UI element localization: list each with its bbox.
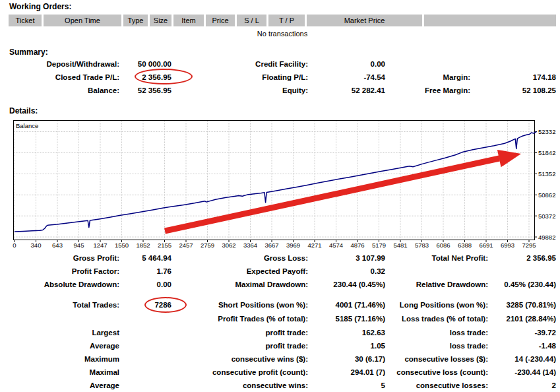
column-header-type[interactable]: Type (123, 15, 148, 26)
x-tick-label: 0 (13, 242, 16, 249)
balance-chart: 0340643945124715501852215524572759306233… (9, 117, 560, 249)
y-tick-label: 49882 (538, 234, 555, 241)
column-header-open-time[interactable]: Open Time (44, 15, 121, 26)
stat-value: 14 (-230.44) (491, 354, 556, 364)
column-header-t-p[interactable]: T / P (268, 15, 305, 26)
details-row: Maximalconsecutive profit (count):294.01… (0, 367, 560, 377)
stat-label: Gross Profit: (0, 253, 119, 263)
y-tick-label: 51842 (538, 149, 555, 156)
stat-label: Maximal Drawdown: (162, 279, 308, 290)
x-tick-label: 5179 (372, 242, 386, 249)
stat-value: -1.48 (491, 341, 556, 351)
stat-label: Total Trades: (0, 300, 119, 310)
x-tick-label: 3062 (222, 242, 235, 249)
summary-row: Deposit/Withdrawal:50 000.00Credit Facil… (0, 59, 560, 69)
details-row: Averageconsecutive wins:5consecutive los… (0, 380, 560, 391)
working-orders-title: Working Orders: (9, 2, 71, 11)
stat-value: 0.32 (311, 266, 385, 277)
x-tick-label: 2155 (158, 242, 171, 249)
x-tick-label: 3667 (264, 242, 278, 249)
column-header-price[interactable]: Price (206, 15, 235, 26)
stat-value: 174.18 (491, 72, 556, 82)
stat-label: Closed Trade P/L: (0, 72, 119, 82)
x-tick-label: 643 (52, 242, 63, 249)
stat-label: profit trade: (162, 341, 308, 351)
column-header-ticket[interactable]: Ticket (9, 15, 42, 26)
red-trend-arrow-head (497, 150, 521, 167)
x-tick-label: 2759 (201, 242, 214, 249)
stat-label: loss trade: (343, 327, 488, 338)
x-tick-label: 5783 (415, 242, 429, 249)
stat-label: loss trade: (343, 341, 488, 351)
working-orders-header: TicketOpen TimeTypeSizeItemPriceS / LT /… (9, 15, 556, 26)
stat-value: 0.00 (311, 59, 385, 69)
stat-label: Gross Loss: (162, 253, 308, 263)
chart-border (14, 121, 535, 240)
details-row: Profit Trades (% of total):5185 (71.16%)… (0, 313, 560, 324)
y-tick-label: 52332 (538, 128, 555, 135)
stat-label: consecutive loss (count): (343, 367, 488, 377)
stat-label: Free Margin: (343, 85, 470, 96)
details-title: Details: (9, 106, 38, 115)
x-tick-label: 4876 (350, 242, 364, 249)
no-transactions-message: No transactions (9, 30, 556, 38)
stat-label: consecutive wins ($): (162, 354, 308, 364)
x-tick-label: 6086 (436, 242, 450, 249)
y-tick-label: 50372 (538, 212, 555, 220)
x-tick-label: 340 (31, 242, 42, 249)
stat-value: 0.45% (230.44) (491, 279, 556, 290)
x-tick-label: 945 (74, 242, 84, 249)
column-header-spacer[interactable] (424, 15, 556, 26)
balance-legend-label: Balance (16, 122, 38, 129)
stat-label: consecutive profit (count): (162, 367, 308, 377)
stat-label: Relative Drawdown: (343, 279, 488, 290)
details-row: Profit Factor:1.76Expected Payoff:0.32 (0, 266, 560, 277)
stat-value: -39.72 (491, 327, 556, 338)
stat-label: Average (0, 341, 119, 351)
stat-value: 2 356.95 (491, 253, 556, 263)
y-tick-label: 50862 (538, 191, 555, 199)
stat-label: Credit Facility: (162, 59, 308, 69)
stat-label: Maximal (0, 367, 119, 377)
stat-label: Expected Payoff: (162, 266, 308, 277)
stat-label: consecutive wins: (162, 380, 308, 391)
column-header-item[interactable]: Item (173, 15, 204, 26)
stat-label: consecutive losses ($): (343, 354, 488, 364)
column-header-s-l[interactable]: S / L (237, 15, 266, 26)
stat-label: profit trade: (162, 327, 308, 338)
details-row: Maximumconsecutive wins ($):30 (6.17)con… (0, 354, 560, 364)
x-tick-label: 1550 (115, 242, 129, 249)
x-tick-label: 6388 (458, 242, 472, 249)
red-circle-closed-trade-pl (135, 69, 193, 84)
stat-label: Loss trades (% of total): (343, 313, 488, 324)
stat-label: consecutive losses: (343, 380, 488, 391)
x-tick-label: 4271 (307, 242, 321, 249)
stat-label: Balance: (0, 85, 119, 96)
x-tick-label: 3364 (243, 242, 257, 249)
x-tick-label: 6993 (501, 242, 514, 249)
stat-value: 52 108.25 (491, 85, 556, 96)
x-tick-label: 3969 (286, 242, 300, 249)
stat-label: Equity: (162, 85, 308, 96)
red-circle-total-trades (144, 297, 187, 313)
x-tick-label: 1247 (93, 242, 107, 249)
stat-label: Deposit/Withdrawal: (0, 59, 119, 69)
x-tick-label: 5481 (393, 242, 407, 249)
x-tick-label: 2457 (179, 242, 193, 249)
x-tick-label: 6691 (479, 242, 493, 249)
stat-label: Profit Factor: (0, 266, 119, 277)
column-header-market-price[interactable]: Market Price (307, 15, 422, 26)
stat-label: Profit Trades (% of total): (162, 313, 308, 324)
summary-row: Balance:52 356.95Equity:52 282.41Free Ma… (0, 85, 560, 96)
stat-label: Total Net Profit: (343, 253, 488, 263)
stat-value: -230.44 (14) (491, 367, 556, 377)
details-row: Total Trades:7286Short Positions (won %)… (0, 300, 560, 310)
stat-label: Margin: (343, 72, 470, 82)
details-row: Averageprofit trade:1.05loss trade:-1.48 (0, 341, 560, 351)
terminal-report: Working Orders: TicketOpen TimeTypeSizeI… (0, 0, 560, 392)
stat-label: Average (0, 380, 119, 391)
column-header-size[interactable]: Size (150, 15, 171, 26)
x-tick-label: 1852 (136, 242, 150, 249)
stat-value: 2101 (28.84%) (491, 313, 556, 324)
stat-label: Long Positions (won %): (343, 300, 488, 310)
